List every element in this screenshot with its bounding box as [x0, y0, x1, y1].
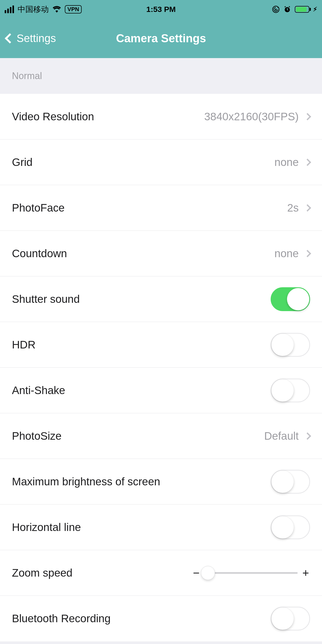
row-photoface[interactable]: PhotoFace 2s — [0, 185, 322, 231]
row-value: none — [275, 247, 299, 260]
row-label: Maximum brightness of screen — [12, 475, 160, 488]
plus-icon[interactable]: + — [301, 566, 310, 579]
row-grid[interactable]: Grid none — [0, 139, 322, 185]
svg-rect-1 — [275, 9, 277, 10]
row-video-resolution[interactable]: Video Resolution 3840x2160(30FPS) — [0, 94, 322, 139]
row-value: 2s — [287, 202, 299, 214]
status-left: 中国移动 VPN — [5, 4, 82, 15]
row-countdown[interactable]: Countdown none — [0, 231, 322, 276]
bottom-spacer — [0, 641, 322, 644]
cellular-signal-icon — [5, 5, 14, 13]
alarm-clock-icon — [283, 5, 291, 13]
row-label: Shutter sound — [12, 293, 80, 305]
row-label: Bluetooth Recording — [12, 612, 111, 625]
row-hdr: HDR — [0, 322, 322, 368]
status-right: ⚡︎ — [272, 5, 317, 13]
row-bluetooth-recording: Bluetooth Recording — [0, 596, 322, 641]
row-shutter-sound: Shutter sound — [0, 276, 322, 322]
toggle-max-brightness[interactable] — [271, 470, 310, 494]
toggle-horizontal-line[interactable] — [271, 515, 310, 539]
status-bar: 中国移动 VPN 1:53 PM ⚡︎ — [0, 0, 322, 19]
toggle-hdr[interactable] — [271, 333, 310, 357]
row-label: PhotoFace — [12, 202, 65, 214]
chevron-right-icon — [304, 204, 311, 211]
row-label: Zoom speed — [12, 567, 72, 579]
row-label: Video Resolution — [12, 110, 94, 123]
row-value: Default — [264, 430, 299, 442]
nav-bar: Settings Camera Settings — [0, 19, 322, 58]
row-label: HDR — [12, 339, 36, 351]
row-anti-shake: Anti-Shake — [0, 368, 322, 413]
back-button[interactable]: Settings — [0, 19, 56, 58]
chevron-right-icon — [304, 250, 311, 257]
chevron-right-icon — [304, 432, 311, 439]
back-label: Settings — [17, 32, 56, 45]
row-label: Grid — [12, 156, 32, 169]
minus-icon[interactable]: − — [192, 566, 201, 579]
row-value: 3840x2160(30FPS) — [204, 110, 299, 123]
vpn-badge: VPN — [65, 5, 82, 13]
row-label: Anti-Shake — [12, 384, 65, 397]
toggle-shutter-sound[interactable] — [271, 287, 310, 311]
carrier-label: 中国移动 — [18, 4, 49, 15]
row-value: none — [275, 156, 299, 169]
charging-icon: ⚡︎ — [313, 6, 317, 13]
row-max-brightness: Maximum brightness of screen — [0, 459, 322, 505]
zoom-speed-slider[interactable] — [204, 572, 298, 574]
row-label: Countdown — [12, 247, 67, 260]
wifi-icon — [52, 5, 61, 14]
battery-icon — [295, 6, 309, 13]
toggle-bluetooth-recording[interactable] — [271, 607, 310, 631]
settings-list: Video Resolution 3840x2160(30FPS) Grid n… — [0, 94, 322, 641]
row-label: PhotoSize — [12, 430, 61, 442]
section-header-normal: Normal — [0, 58, 322, 94]
slider-thumb[interactable] — [201, 566, 215, 580]
chevron-right-icon — [304, 158, 311, 166]
chevron-right-icon — [304, 113, 311, 120]
chevron-left-icon — [5, 33, 15, 44]
row-zoom-speed: Zoom speed − + — [0, 550, 322, 596]
orientation-lock-icon — [272, 5, 280, 13]
row-label: Horizontal line — [12, 521, 81, 534]
toggle-anti-shake[interactable] — [271, 379, 310, 402]
row-horizontal-line: Horizontal line — [0, 505, 322, 550]
row-photo-size[interactable]: PhotoSize Default — [0, 413, 322, 459]
